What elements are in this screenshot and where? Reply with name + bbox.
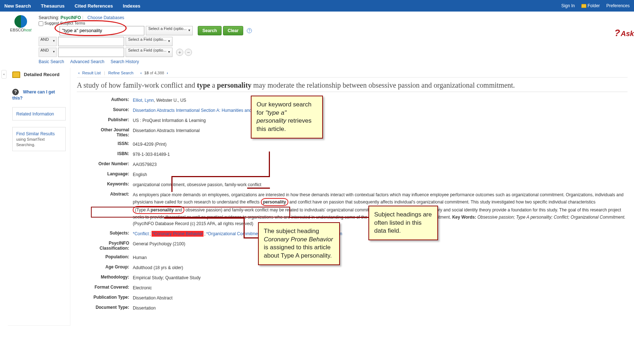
nav-new-search[interactable]: New Search [4,3,31,9]
callout-line-2v [244,218,245,238]
search-history-link[interactable]: Search History [110,59,139,64]
top-nav: New Search Thesaurus Cited References In… [0,0,634,12]
pub-label: Publication Type: [91,295,133,301]
remove-row-button[interactable]: − [185,49,192,56]
search-term-2[interactable] [58,37,124,46]
ojt-value: Dissertation Abstracts International [133,127,628,137]
class-label: PsycINFO Classification: [91,241,133,251]
main: « Detailed Record ? Where can I get this… [0,68,634,326]
detailed-record-label: Detailed Record [24,72,60,77]
record-fields: Authors: Elliot, Lynn, Webster U., US So… [91,97,628,311]
author-link[interactable]: Elliot, Lynn [133,98,154,103]
collapse-sidebar-button[interactable]: « [1,70,6,79]
current-database: PsycINFO [61,15,81,20]
publisher-label: Publisher: [91,117,133,124]
fmt-label: Format Covered: [91,285,133,291]
order-value: AAI3579823 [133,161,628,168]
similar-sub: using SmartText Searching. [16,137,45,147]
publisher-value: US : ProQuest Information & Learning [133,117,628,124]
advanced-search-link[interactable]: Advanced Search [70,59,104,64]
back-arrow-icon[interactable]: ‹ [78,71,80,75]
meth-label: Methodology: [91,275,133,281]
nav-indexes[interactable]: Indexes [123,3,140,9]
searching-label: Searching: [39,15,59,20]
nav-thesaurus[interactable]: Thesaurus [41,3,65,9]
authors-label: Authors: [91,97,133,104]
issn-value: 0419-4209 (Print) [133,141,628,148]
meth-value: Empirical Study; Quantitative Study [133,275,628,281]
result-nav: ‹ Result List | Refine Search ‹ 18 of 4,… [77,71,628,78]
search-term-1[interactable] [60,26,144,35]
age-value: Adulthood (18 yrs & older) [133,264,628,271]
nav-cited-references[interactable]: Cited References [75,3,113,9]
callout-line-1v [269,152,270,176]
bool-select-3[interactable]: AND [39,48,57,57]
ojt-label: Other Journal Titles: [91,127,133,137]
doc-value: Dissertation [133,305,628,311]
field-select-3[interactable]: Select a Field (optio... [126,48,172,57]
doc-label: Document Type: [91,305,133,311]
annotation-pill-personality-1: personality [261,198,288,206]
callout-line-2h [164,218,245,219]
choose-databases[interactable]: Choose Databases [87,15,124,20]
search-term-3[interactable] [58,48,124,57]
kw-value: organizational commitment, obsessive pas… [133,181,628,188]
logo-text: EBSCOhost [7,28,34,32]
of-label: of [150,71,153,75]
callout-keyword-search: Our keyword search for "type a" personal… [251,96,323,139]
subject-organizational-commitment[interactable]: *Organizational Commitment [206,231,261,236]
order-label: Order Number: [91,161,133,168]
callout-line-1hb [171,176,172,192]
nav-folder-label: Folder [587,3,600,8]
field-select-2[interactable]: Select a Field (optio... [126,37,172,46]
callout-line-2l [244,237,259,238]
callout-line-1ha [171,176,270,177]
logo: EBSCOhost [7,15,34,64]
callout-line-3h [289,217,369,218]
similar-results-panel: Find Similar Results using SmartText Sea… [12,127,66,151]
annotation-pill-personality-2: (Type A personality and [133,206,184,214]
search-form: Searching: PsycINFO | Choose Databases S… [39,15,252,64]
help-icon[interactable]: ? [247,28,252,33]
result-total: 4,388 [154,71,164,75]
kw-label: Keywords: [91,181,133,188]
record-title: A study of how family-work conflict and … [77,81,628,92]
nav-preferences[interactable]: Preferences [606,3,630,8]
prev-result-button[interactable]: ‹ [140,71,142,75]
nav-folder[interactable]: Folder [581,3,600,8]
callout-subject-heading: The subject heading Coronary Prone Behav… [258,222,340,266]
bool-select-2[interactable]: AND [39,37,57,46]
related-information-link[interactable]: Related Information [16,111,54,117]
result-list-link[interactable]: Result List [82,71,101,75]
subjects-label: Subjects: [91,231,133,237]
basic-search-link[interactable]: Basic Search [39,59,64,64]
result-position: 18 [144,71,149,75]
lang-label: Language: [91,171,133,178]
clear-button[interactable]: Clear [223,26,243,35]
search-button[interactable]: Search [198,26,222,35]
issn-label: ISSN: [91,141,133,148]
nav-right: Sign In Folder Preferences [561,3,630,8]
subject-conflict[interactable]: *Conflict [133,231,149,236]
nav-left: New Search Thesaurus Cited References In… [4,3,149,9]
suggest-row: Suggest Subject Terms [39,21,252,26]
subject-coronary[interactable]: *Coronary Prone Behavior [152,231,204,237]
search-row-1: Select a Field (optio... Search Clear ? [39,26,252,35]
nav-signin[interactable]: Sign In [561,3,575,8]
refine-search-link[interactable]: Refine Search [108,71,134,75]
field-select-1[interactable]: Select a Field (optio... [146,26,193,35]
detailed-record-icon [12,71,20,78]
search-area: EBSCOhost Searching: PsycINFO | Choose D… [0,12,634,68]
find-similar-link[interactable]: Find Similar Results [16,131,55,136]
suggest-subject-checkbox[interactable] [39,21,43,26]
suggest-label: Suggest Subject Terms [44,21,85,25]
ask-widget[interactable]: ?Ask [614,27,634,39]
search-row-2: AND Select a Field (optio... [39,37,252,46]
class-value: General Psychology (2100) [133,241,628,251]
isbn-label: ISBN: [91,151,133,158]
sidebar: Detailed Record ? Where can I get this? … [8,68,70,326]
add-row-button[interactable]: + [176,49,183,56]
next-result-button[interactable]: › [167,71,168,75]
source-value: Dissertation Abstracts International Sec… [133,107,628,114]
content: ‹ Result List | Refine Search ‹ 18 of 4,… [70,68,634,326]
